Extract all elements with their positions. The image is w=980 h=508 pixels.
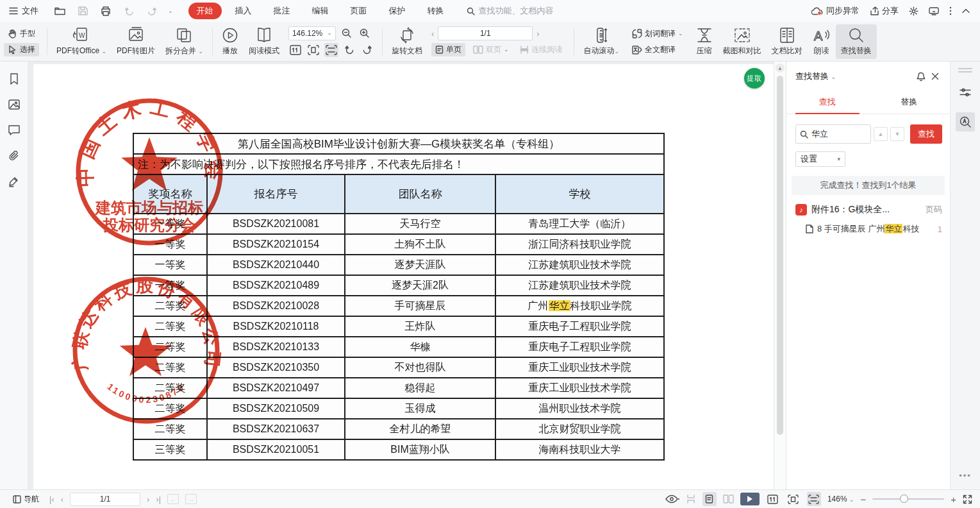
bookmark-icon[interactable] [7, 72, 21, 86]
file-menu[interactable]: 文件 [0, 5, 46, 17]
print-icon[interactable] [99, 4, 113, 18]
share-button[interactable]: 分享 [870, 5, 899, 17]
find-replace-button[interactable]: 查找替换 [836, 24, 877, 59]
pdf-page[interactable]: 第八届全国高校BIM毕业设计创新大赛—G模块获奖名单（专科组） 注：为不影响决赛… [33, 64, 774, 489]
double-page-button[interactable]: 双页⌄ [469, 43, 513, 56]
split-merge-button[interactable]: 拆分合并 ⌄ [160, 24, 208, 59]
compress-button[interactable]: 压缩 [691, 24, 718, 59]
settings-dropdown[interactable]: 设置 ▾ [795, 151, 845, 167]
fit-width-icon[interactable] [324, 43, 338, 57]
play-button[interactable]: 播放 [217, 24, 244, 59]
navigation-toggle[interactable]: 导航 [9, 493, 43, 506]
pin-bell-icon[interactable] [914, 69, 928, 83]
prev-page-icon[interactable]: ‹ [431, 29, 434, 38]
history-forward-icon[interactable]: → [185, 494, 197, 504]
eye-protection-icon[interactable] [665, 495, 679, 504]
toolbar-page-indicator[interactable]: 1/1 [438, 26, 533, 40]
word-translate-button[interactable]: 划词翻译⌄ [628, 27, 687, 40]
screenshot-compare-button[interactable]: 截图和对比 [718, 24, 767, 59]
next-page-icon[interactable]: › [147, 495, 149, 504]
fit-width-icon[interactable] [807, 492, 821, 506]
pdf-to-office-button[interactable]: W PDF转Office ⌄ [51, 24, 112, 59]
select-tool-button[interactable]: 选择 [4, 43, 39, 56]
more-tools-icon[interactable]: ••• [951, 471, 980, 480]
tab-protect[interactable]: 保护 [381, 3, 414, 19]
more-menu-icon[interactable] [949, 6, 952, 15]
open-folder-icon[interactable] [53, 4, 67, 18]
zoom-in-icon[interactable] [358, 26, 372, 40]
signature-icon[interactable] [7, 174, 21, 189]
tab-page[interactable]: 页面 [342, 3, 376, 19]
full-translate-button[interactable]: 全文翻译 [628, 43, 687, 56]
extract-bubble[interactable]: 提取 [744, 68, 765, 89]
zoom-in-button[interactable]: + [951, 494, 956, 505]
rotate-doc-button[interactable]: 旋转文档 [386, 24, 428, 59]
drag-handle-icon[interactable] [958, 68, 972, 69]
collapse-ribbon-icon[interactable] [962, 8, 970, 13]
fit-page-icon[interactable] [786, 492, 801, 506]
prev-page-icon[interactable]: ‹ [61, 495, 63, 504]
tab-find[interactable]: 查找 [786, 91, 868, 114]
feedback-icon[interactable] [929, 7, 939, 15]
close-panel-icon[interactable] [928, 69, 942, 83]
zoom-slider-knob[interactable] [900, 495, 908, 503]
fullscreen-icon[interactable] [963, 495, 972, 504]
undo-icon[interactable] [122, 4, 136, 18]
tab-edit[interactable]: 编辑 [304, 3, 337, 19]
presentation-play-button[interactable] [740, 493, 760, 505]
doc-compare-button[interactable]: 文档比对 [767, 24, 808, 59]
read-aloud-button[interactable]: A 朗读 [808, 24, 836, 59]
drag-handle-icon[interactable] [958, 71, 972, 72]
double-page-icon[interactable] [723, 495, 734, 504]
save-icon[interactable] [76, 4, 90, 18]
tab-home[interactable]: 开始 [188, 3, 222, 19]
pdf-to-image-button[interactable]: PDF转图片 [112, 24, 160, 59]
next-page-icon[interactable]: › [536, 29, 539, 38]
actual-size-icon[interactable] [766, 492, 780, 506]
find-panel-toggle-icon[interactable] [956, 112, 975, 131]
find-search-input[interactable]: 华立 [795, 124, 871, 144]
tab-convert[interactable]: 转换 [419, 3, 453, 19]
result-match-row[interactable]: 8 手可摘星辰 广州华立科技 1 [806, 223, 942, 235]
scroll-up-icon[interactable]: ▲ [776, 64, 785, 72]
tab-annotate[interactable]: 批注 [265, 3, 299, 19]
zoom-out-icon[interactable] [340, 26, 354, 40]
zoom-value-box[interactable]: 146.12% ⌄ [288, 26, 336, 40]
redo-icon[interactable] [145, 4, 159, 18]
menu-search[interactable]: 查找功能、文档内容 [467, 5, 554, 17]
sync-status[interactable]: 同步异常 [811, 5, 860, 17]
history-back-icon[interactable]: ← [167, 494, 179, 504]
find-previous-icon[interactable]: ▲ [874, 127, 888, 141]
rotate-right-icon[interactable] [360, 43, 374, 57]
result-group-row[interactable]: ♪ 附件16：G模块全... 页码 [795, 204, 942, 216]
scrollbar-thumb[interactable] [777, 76, 783, 435]
thumbnail-icon[interactable] [7, 97, 21, 112]
document-area[interactable]: 第八届全国高校BIM毕业设计创新大赛—G模块获奖名单（专科组） 注：为不影响决赛… [28, 62, 786, 489]
fit-page-icon[interactable] [306, 43, 320, 57]
zoom-slider[interactable] [872, 498, 944, 500]
attachment-icon[interactable] [7, 149, 21, 163]
quick-access-caret-icon[interactable]: ⌄ [168, 8, 173, 14]
tab-insert[interactable]: 插入 [227, 3, 260, 19]
settings-gear-icon[interactable] [909, 6, 918, 16]
first-page-icon[interactable]: |‹ [49, 495, 54, 504]
find-next-icon[interactable]: ▼ [890, 127, 904, 141]
continuous-read-icon[interactable] [686, 495, 696, 504]
zoom-out-button[interactable]: − [860, 494, 866, 505]
hand-tool-button[interactable]: 手型 [4, 27, 39, 40]
comment-icon[interactable] [7, 123, 21, 137]
rotate-left-icon[interactable] [342, 43, 356, 57]
actual-size-icon[interactable] [288, 43, 303, 57]
vertical-scrollbar[interactable]: ▲ [774, 62, 786, 489]
status-zoom-value[interactable]: 146% ⌄ [827, 495, 854, 504]
single-page-icon[interactable] [702, 492, 717, 506]
single-page-button[interactable]: 单页 [431, 43, 465, 56]
last-page-icon[interactable]: ›| [156, 495, 161, 504]
properties-sliders-icon[interactable] [956, 83, 975, 102]
find-button[interactable]: 查找 [910, 124, 942, 144]
panel-title[interactable]: 查找替换 ⌄ [795, 71, 836, 82]
continuous-read-button[interactable]: 连续阅读 [516, 43, 566, 56]
status-page-indicator[interactable]: 1/1 [70, 493, 140, 506]
tab-replace[interactable]: 替换 [868, 91, 951, 114]
read-mode-button[interactable]: 阅读模式 [244, 24, 285, 59]
